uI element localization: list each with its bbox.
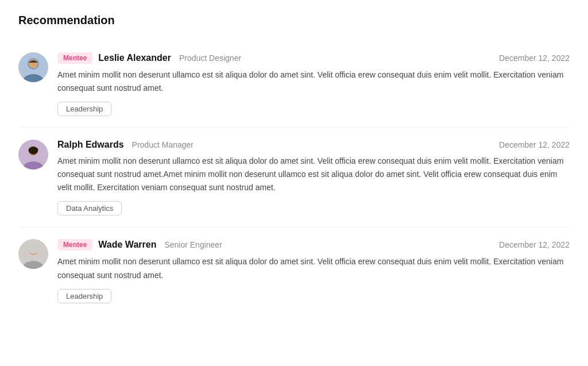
reviewer-title: Senior Engineer — [164, 240, 222, 249]
review-header-row: Ralph EdwardsProduct ManagerDecember 12,… — [57, 140, 570, 150]
page-title: Recommendation — [18, 14, 570, 27]
review-header-left: Ralph EdwardsProduct Manager — [57, 140, 194, 150]
review-date: December 12, 2022 — [499, 240, 570, 249]
avatar — [18, 52, 48, 82]
review-tag[interactable]: Data Analytics — [57, 201, 122, 215]
recommendation-item: MenteeWade WarrenSenior EngineerDecember… — [18, 228, 570, 314]
review-date: December 12, 2022 — [499, 53, 570, 63]
review-tag[interactable]: Leadership — [57, 102, 111, 116]
review-content: MenteeLeslie AlexanderProduct DesignerDe… — [57, 52, 570, 116]
recommendation-item: MenteeLeslie AlexanderProduct DesignerDe… — [18, 41, 570, 128]
review-date: December 12, 2022 — [499, 140, 570, 149]
review-body: Amet minim mollit non deserunt ullamco e… — [57, 155, 570, 194]
review-header-left: MenteeWade WarrenSenior Engineer — [57, 239, 222, 251]
review-body: Amet minim mollit non deserunt ullamco e… — [57, 255, 570, 282]
recommendation-list: MenteeLeslie AlexanderProduct DesignerDe… — [18, 41, 570, 315]
review-header-left: MenteeLeslie AlexanderProduct Designer — [57, 52, 241, 64]
reviewer-name: Wade Warren — [98, 240, 156, 250]
avatar — [18, 239, 48, 269]
review-body: Amet minim mollit non deserunt ullamco e… — [57, 68, 570, 95]
reviewer-title: Product Manager — [132, 140, 194, 149]
review-tag[interactable]: Leadership — [57, 289, 111, 303]
review-content: MenteeWade WarrenSenior EngineerDecember… — [57, 239, 570, 303]
review-header-row: MenteeLeslie AlexanderProduct DesignerDe… — [57, 52, 570, 64]
reviewer-title: Product Designer — [179, 53, 241, 63]
mentee-badge: Mentee — [57, 239, 92, 251]
reviewer-name: Ralph Edwards — [57, 140, 124, 150]
review-header-row: MenteeWade WarrenSenior EngineerDecember… — [57, 239, 570, 251]
review-content: Ralph EdwardsProduct ManagerDecember 12,… — [57, 140, 570, 215]
recommendation-item: Ralph EdwardsProduct ManagerDecember 12,… — [18, 128, 570, 228]
mentee-badge: Mentee — [57, 52, 92, 64]
avatar — [18, 140, 48, 169]
reviewer-name: Leslie Alexander — [98, 53, 171, 63]
